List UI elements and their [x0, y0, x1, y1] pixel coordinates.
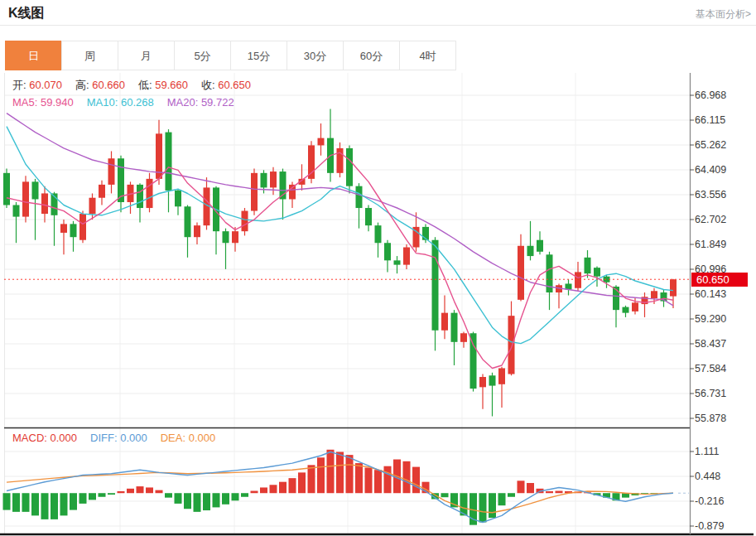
readout-item: MA10: 60.268	[87, 96, 154, 109]
price-axis-label: 64.409	[695, 163, 753, 176]
macd-axis-label: 1.111	[695, 445, 753, 458]
macd-axis-label: -0.879	[695, 519, 753, 533]
readout-item: MA5: 59.940	[12, 96, 74, 109]
price-axis-label: 61.849	[695, 238, 753, 251]
price-axis-label: 65.262	[695, 138, 753, 152]
macd-readout: MACD: 0.000DIFF: 0.000DEA: 0.000	[12, 432, 229, 444]
price-axis-label: 57.584	[695, 362, 753, 375]
kline-app: K线图 基本面分析> 日周月5分15分30分60分4时 开: 60.070高: …	[0, 0, 756, 536]
readout-item: 低: 59.660	[138, 79, 188, 91]
price-axis-label: 66.968	[695, 89, 753, 102]
price-axis-label: 55.878	[695, 412, 753, 425]
ohlc-readout: 开: 60.070高: 60.660低: 59.660收: 60.650	[12, 78, 264, 93]
price-axis-label: 63.556	[695, 188, 753, 201]
readout-item: DEA: 0.000	[161, 432, 216, 444]
macd-axis-label: 0.448	[695, 470, 753, 483]
price-axis-label: 59.290	[695, 312, 753, 326]
readout-item: MA20: 59.722	[167, 96, 234, 109]
price-axis-label: 56.731	[695, 387, 753, 400]
readout-item: 开: 60.070	[12, 79, 62, 91]
price-axis-label: 62.702	[695, 213, 753, 226]
readout-item: 收: 60.650	[201, 79, 251, 91]
price-axis-label: 58.437	[695, 337, 753, 350]
current-price-badge: 60.650	[691, 273, 748, 287]
price-axis-label: 60.143	[695, 287, 753, 301]
price-axis-label: 66.115	[695, 113, 753, 127]
readout-item: 高: 60.660	[75, 79, 125, 91]
macd-axis-label: -0.216	[695, 495, 753, 508]
ma-readout: MA5: 59.940MA10: 60.268MA20: 59.722	[12, 96, 248, 109]
readout-item: DIFF: 0.000	[90, 432, 147, 444]
readout-item: MACD: 0.000	[12, 432, 77, 444]
